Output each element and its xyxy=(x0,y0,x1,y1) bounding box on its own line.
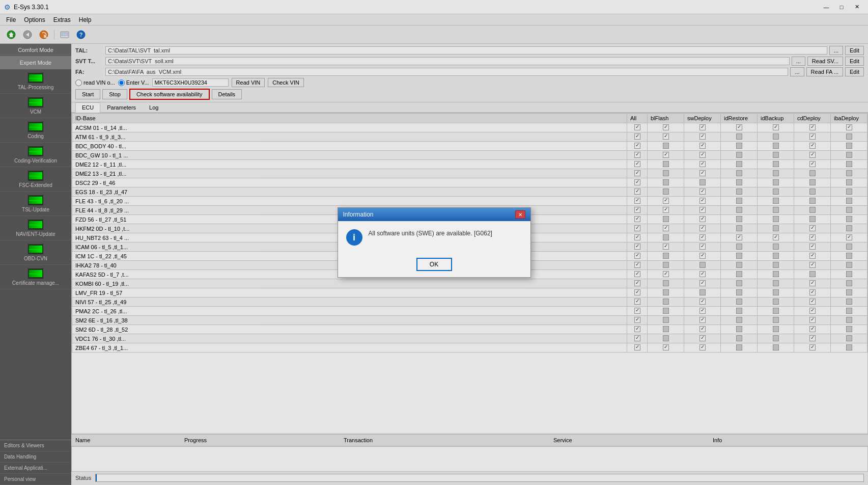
dialog-close-button[interactable]: ✕ xyxy=(515,210,525,219)
dialog-title: Information xyxy=(343,211,374,218)
dialog-message: All software units (SWE) are available. … xyxy=(369,229,492,238)
dialog-ok-button[interactable]: OK xyxy=(416,258,452,271)
dialog-overlay: Information ✕ i All software units (SWE)… xyxy=(0,0,868,485)
dialog-footer: OK xyxy=(338,254,530,277)
dialog-info-icon: i xyxy=(346,229,362,246)
dialog-titlebar: Information ✕ xyxy=(338,208,530,221)
dialog-body: i All software units (SWE) are available… xyxy=(338,221,530,254)
information-dialog: Information ✕ i All software units (SWE)… xyxy=(338,207,531,278)
